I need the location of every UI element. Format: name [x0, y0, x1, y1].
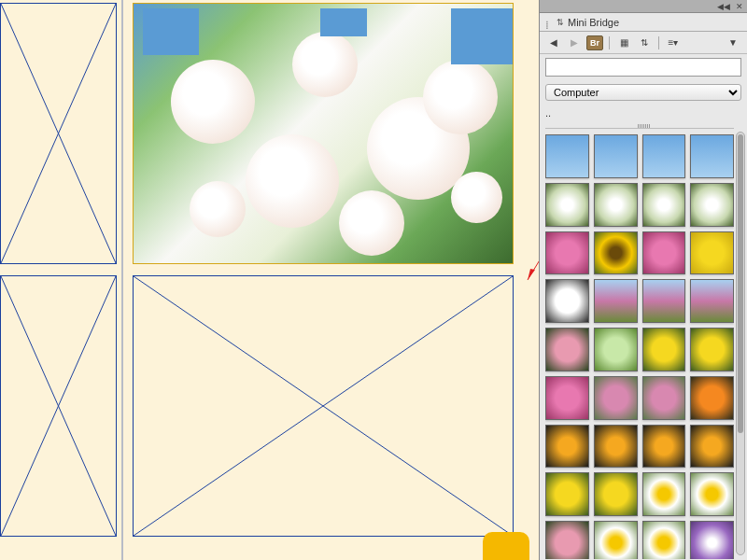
image-frame-empty[interactable]	[0, 275, 117, 537]
thumbnail[interactable]	[545, 376, 589, 420]
thumbnail[interactable]	[594, 279, 638, 323]
canvas-area[interactable]	[0, 0, 539, 560]
thumbnail[interactable]	[594, 425, 638, 469]
tab-grip-icon	[545, 19, 553, 26]
search-row: 🔍	[540, 54, 747, 80]
placed-image[interactable]	[134, 4, 513, 263]
mini-bridge-panel: ◀◀ ✕ ⇅ Mini Bridge ◀ ▶ Br ▦ ⇅ ≡▾ ▼ 🔍 Com…	[539, 0, 747, 560]
thumbnail[interactable]	[545, 425, 589, 469]
svg-marker-7	[528, 269, 535, 280]
scrollbar[interactable]	[736, 132, 745, 555]
thumbnail[interactable]	[690, 231, 734, 275]
thumbnail[interactable]	[642, 425, 686, 469]
scope-row: Computer	[540, 80, 747, 105]
thumbnail[interactable]	[594, 472, 638, 516]
panel-title: Mini Bridge	[568, 17, 619, 28]
page-divider	[121, 0, 123, 560]
thumbnail[interactable]	[545, 328, 589, 371]
thumbnail-grid-area	[540, 124, 747, 560]
thumbnail[interactable]	[594, 521, 638, 559]
thumbnail[interactable]	[642, 472, 686, 516]
collapse-icon[interactable]: ◀◀	[717, 2, 730, 11]
thumbnail[interactable]	[545, 279, 589, 323]
nav-back-button[interactable]: ◀	[545, 35, 562, 50]
thumbnail[interactable]	[545, 472, 589, 516]
mini-bridge-toolbar: ◀ ▶ Br ▦ ⇅ ≡▾ ▼	[540, 32, 747, 54]
thumbnail[interactable]	[594, 231, 638, 275]
toolbar-separator	[609, 36, 610, 49]
thumbnail[interactable]	[690, 472, 734, 516]
image-frame-filled[interactable]	[133, 3, 514, 264]
thumbnail[interactable]	[690, 134, 734, 178]
thumbnail[interactable]	[594, 328, 638, 371]
close-icon[interactable]: ✕	[736, 2, 743, 11]
scrollbar-thumb[interactable]	[738, 134, 743, 433]
thumbnail[interactable]	[690, 425, 734, 469]
thumbnail[interactable]	[642, 521, 686, 559]
thumbnail-grid	[545, 128, 734, 559]
sort-arrows-icon: ⇅	[557, 18, 564, 27]
thumbnail[interactable]	[642, 279, 686, 323]
thumbnail[interactable]	[690, 521, 734, 559]
thumbnail[interactable]	[690, 279, 734, 323]
scope-dropdown[interactable]: Computer	[545, 84, 741, 101]
thumbnail[interactable]	[594, 376, 638, 420]
page-corner-curl[interactable]	[483, 532, 529, 560]
filter-icon[interactable]: ▼	[725, 35, 741, 50]
menu-button[interactable]: ≡▾	[665, 35, 682, 50]
image-frame-empty[interactable]	[133, 275, 514, 537]
thumbnail[interactable]	[642, 231, 686, 275]
thumbnail[interactable]	[594, 134, 638, 178]
thumbnail[interactable]	[545, 231, 589, 275]
thumbnail[interactable]	[642, 183, 686, 227]
toolbar-separator	[658, 36, 659, 49]
panel-window-controls: ◀◀ ✕	[540, 0, 747, 13]
thumbnail[interactable]	[642, 134, 686, 178]
thumbnail[interactable]	[642, 376, 686, 420]
thumbnail[interactable]	[690, 183, 734, 227]
search-input[interactable]	[545, 58, 741, 77]
thumbnail[interactable]	[594, 183, 638, 227]
thumbnail[interactable]	[690, 376, 734, 420]
thumbnail[interactable]	[545, 183, 589, 227]
nav-forward-button[interactable]: ▶	[566, 35, 583, 50]
thumbnail[interactable]	[545, 134, 589, 178]
panel-tab-bar[interactable]: ⇅ Mini Bridge	[540, 13, 747, 32]
thumbnail[interactable]	[642, 328, 686, 371]
thumbnail[interactable]	[690, 328, 734, 371]
image-frame-empty[interactable]	[0, 3, 117, 264]
path-row[interactable]: ..	[540, 105, 747, 124]
bridge-button[interactable]: Br	[586, 35, 603, 50]
sort-button[interactable]: ⇅	[636, 35, 653, 50]
thumbnail[interactable]	[545, 521, 589, 559]
view-grid-button[interactable]: ▦	[615, 35, 632, 50]
